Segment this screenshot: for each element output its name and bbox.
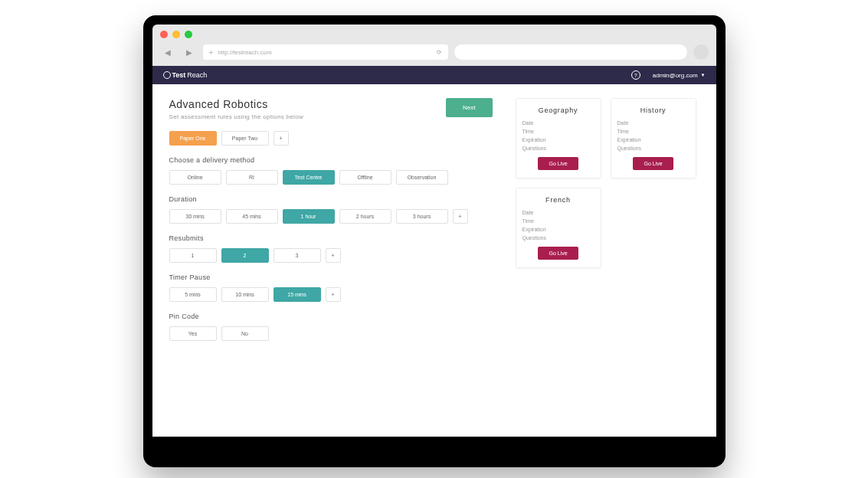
delivery-option[interactable]: Test Centre xyxy=(283,170,335,185)
chevron-down-icon: ▼ xyxy=(701,73,706,77)
logo[interactable]: TestReach xyxy=(163,71,208,79)
delivery-label: Choose a delivery method xyxy=(169,156,493,164)
duration-add-button[interactable]: + xyxy=(453,209,468,224)
resubmits-label: Resubmits xyxy=(169,234,493,242)
duration-option[interactable]: 3 hours xyxy=(396,209,448,224)
logo-text-light: Reach xyxy=(187,71,207,79)
resubmits-section: Resubmits 123+ xyxy=(169,234,493,263)
timer-option[interactable]: 5 mins xyxy=(169,287,217,302)
assessment-card: FrenchDateTimeExpirationQuestionsGo Live xyxy=(516,188,601,268)
pin-option[interactable]: Yes xyxy=(169,326,217,341)
card-field-label: Time xyxy=(522,129,594,134)
timer-add-button[interactable]: + xyxy=(326,287,341,302)
assessment-card: GeographyDateTimeExpirationQuestionsGo L… xyxy=(516,98,601,178)
cards-column: GeographyDateTimeExpirationQuestionsGo L… xyxy=(516,98,699,414)
minimize-dot-icon[interactable] xyxy=(172,31,180,38)
delivery-option[interactable]: Online xyxy=(169,170,221,185)
duration-option[interactable]: 30 mins xyxy=(169,209,221,224)
assessment-card: HistoryDateTimeExpirationQuestionsGo Liv… xyxy=(611,98,696,178)
go-live-button[interactable]: Go Live xyxy=(633,157,673,170)
url-text: http://testreach.com xyxy=(218,49,271,56)
go-live-button[interactable]: Go Live xyxy=(538,157,578,170)
help-icon[interactable]: ? xyxy=(631,70,640,80)
delivery-section: Choose a delivery method OnlineRITest Ce… xyxy=(169,156,493,185)
paper-add-button[interactable]: + xyxy=(274,131,289,146)
duration-option[interactable]: 1 hour xyxy=(283,209,335,224)
papers-section: Paper OnePaper Two+ xyxy=(169,131,493,146)
resubmits-add-button[interactable]: + xyxy=(326,248,341,263)
duration-option[interactable]: 2 hours xyxy=(339,209,391,224)
card-field-label: Questions xyxy=(522,146,594,151)
monitor-frame: ◀ ▶ + http://testreach.com ⟳ TestReach ?… xyxy=(143,15,726,467)
card-field-label: Date xyxy=(522,210,594,215)
card-field-label: Questions xyxy=(522,235,594,241)
forward-button[interactable]: ▶ xyxy=(182,44,197,60)
search-bar[interactable] xyxy=(454,44,687,60)
card-field-label: Expiration xyxy=(617,137,689,142)
delivery-option[interactable]: RI xyxy=(226,170,278,185)
paper-option[interactable]: Paper One xyxy=(169,131,217,146)
user-email: admin@org.com xyxy=(653,72,698,79)
card-field-label: Expiration xyxy=(522,137,594,142)
profile-icon[interactable] xyxy=(693,44,709,60)
card-field-label: Date xyxy=(522,120,594,126)
reload-icon[interactable]: ⟳ xyxy=(437,49,442,56)
card-field-label: Time xyxy=(522,218,594,224)
timer-option[interactable]: 15 mins xyxy=(274,287,321,302)
card-title: Geography xyxy=(522,106,594,114)
timer-section: Timer Pause 5 mins10 mins15 mins+ xyxy=(169,273,493,302)
delivery-option[interactable]: Observation xyxy=(396,170,448,185)
user-dropdown[interactable]: admin@org.com ▼ xyxy=(653,72,706,79)
next-button[interactable]: Next xyxy=(446,98,492,117)
card-title: History xyxy=(617,106,689,114)
duration-option[interactable]: 45 mins xyxy=(226,209,278,224)
card-field-label: Date xyxy=(617,120,689,126)
resubmits-option[interactable]: 1 xyxy=(169,248,217,263)
page-title: Advanced Robotics xyxy=(169,98,304,110)
address-bar[interactable]: + http://testreach.com ⟳ xyxy=(203,44,448,60)
page-subtitle: Set assessment rules using the options b… xyxy=(169,113,304,120)
go-live-button[interactable]: Go Live xyxy=(538,247,578,260)
pin-option[interactable]: No xyxy=(221,326,269,341)
paper-option[interactable]: Paper Two xyxy=(221,131,269,146)
pin-section: Pin Code YesNo xyxy=(169,313,493,341)
browser-chrome: ◀ ▶ + http://testreach.com ⟳ xyxy=(152,25,716,66)
pin-label: Pin Code xyxy=(169,313,493,320)
logo-icon xyxy=(163,71,171,79)
duration-label: Duration xyxy=(169,195,493,203)
window-controls xyxy=(160,31,709,38)
app-header: TestReach ? admin@org.com ▼ xyxy=(152,66,716,84)
resubmits-option[interactable]: 3 xyxy=(274,248,321,263)
card-field-label: Expiration xyxy=(522,227,594,232)
new-tab-icon[interactable]: + xyxy=(209,48,214,57)
delivery-option[interactable]: Offline xyxy=(339,170,391,185)
back-button[interactable]: ◀ xyxy=(160,44,175,60)
duration-section: Duration 30 mins45 mins1 hour2 hours3 ho… xyxy=(169,195,493,224)
maximize-dot-icon[interactable] xyxy=(185,31,192,38)
logo-text-bold: Test xyxy=(172,71,186,79)
settings-column: Advanced Robotics Set assessment rules u… xyxy=(169,98,493,414)
timer-option[interactable]: 10 mins xyxy=(221,287,269,302)
card-field-label: Questions xyxy=(617,146,689,151)
card-field-label: Time xyxy=(617,129,689,134)
close-dot-icon[interactable] xyxy=(160,31,168,38)
app-body: Advanced Robotics Set assessment rules u… xyxy=(152,84,716,437)
card-title: French xyxy=(522,196,594,204)
timer-label: Timer Pause xyxy=(169,273,493,281)
resubmits-option[interactable]: 2 xyxy=(221,248,269,263)
